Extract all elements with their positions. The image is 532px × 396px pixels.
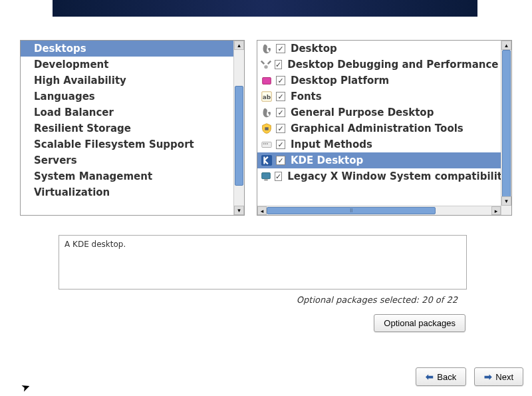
svg-rect-7 [265,143,266,144]
category-panel: DesktopsDevelopmentHigh AvailabilityLang… [20,40,245,216]
package-checkbox[interactable]: ✓ [276,124,285,133]
category-item[interactable]: System Management [21,168,233,184]
package-checkbox[interactable]: ✓ [275,60,282,69]
kde-icon [260,154,273,167]
svg-point-0 [264,65,267,69]
font-icon: ab [260,90,273,103]
scroll-up-icon[interactable]: ▴ [501,41,511,50]
package-label: Input Methods [291,138,372,150]
hscroll-thumb[interactable]: ⠿ [267,207,436,214]
svg-rect-9 [261,155,272,166]
category-item[interactable]: Desktops [21,41,233,57]
foot-icon [260,106,273,119]
cursor-icon: ➤ [19,379,32,394]
back-label: Back [437,372,456,382]
category-item[interactable]: Load Balancer [21,104,233,120]
next-button[interactable]: ➡ Next [474,367,523,386]
package-label: General Purpose Desktop [291,106,434,118]
package-hscrollbar[interactable]: ◂ ⠿ ▸ [257,206,501,215]
package-scrollbar[interactable]: ▴ ▾ [501,41,511,215]
package-item[interactable]: ✓Legacy X Window System compatibility [257,168,501,184]
arrow-left-icon: ⬅ [426,371,434,382]
package-checkbox[interactable]: ✓ [276,140,285,149]
package-label: Fonts [291,91,322,102]
category-item[interactable]: Languages [21,89,233,104]
box-icon [260,74,273,87]
package-checkbox[interactable]: ✓ [276,156,285,165]
package-item[interactable]: ✓KDE Desktop [257,152,501,168]
package-checkbox[interactable]: ✓ [276,76,285,85]
optional-packages-button[interactable]: Optional packages [374,314,466,332]
svg-rect-6 [263,143,265,144]
keyboard-icon [260,138,273,151]
package-item[interactable]: ab✓Fonts [257,89,501,104]
package-checkbox[interactable]: ✓ [275,172,282,181]
category-list[interactable]: DesktopsDevelopmentHigh AvailabilityLang… [21,41,233,215]
package-label: Desktop [291,43,337,55]
scroll-down-icon[interactable]: ▾ [501,196,511,206]
svg-text:ab: ab [263,94,271,100]
svg-rect-11 [264,180,267,181]
scroll-up-icon[interactable]: ▴ [234,41,244,50]
svg-rect-4 [265,127,268,130]
shield-icon [260,122,273,135]
monitor-icon [260,170,272,183]
back-button[interactable]: ⬅ Back [416,367,466,386]
package-panel: ✓Desktop✓Desktop Debugging and Performan… [257,40,512,216]
scroll-down-icon[interactable]: ▾ [234,206,244,215]
scroll-right-icon[interactable]: ▸ [491,206,501,215]
package-item[interactable]: ✓General Purpose Desktop [257,104,501,120]
description-box: A KDE desktop. [59,235,467,290]
category-item[interactable]: High Availability [21,73,233,89]
svg-rect-5 [262,142,271,147]
category-item[interactable]: Servers [21,152,233,168]
package-label: KDE Desktop [291,154,363,166]
package-label: Graphical Administration Tools [291,122,464,134]
package-checkbox[interactable]: ✓ [276,108,285,117]
svg-rect-8 [267,143,268,144]
optional-status: Optional packages selected: 20 of 22 [0,295,458,305]
package-item[interactable]: ✓Desktop Platform [257,73,501,89]
header-banner [53,0,477,17]
category-item[interactable]: Development [21,57,233,73]
package-checkbox[interactable]: ✓ [276,92,285,101]
package-checkbox[interactable]: ✓ [276,44,285,53]
package-item[interactable]: ✓Graphical Administration Tools [257,120,501,136]
package-item[interactable]: ✓Desktop Debugging and Performance [257,57,501,73]
scroll-thumb[interactable] [235,86,243,186]
tools-icon [260,58,272,71]
category-scrollbar[interactable]: ▴ ▾ [233,41,244,215]
package-label: Legacy X Window System compatibility [287,170,501,182]
category-item[interactable]: Virtualization [21,184,233,200]
package-label: Desktop Platform [291,75,389,87]
scroll-left-icon[interactable]: ◂ [257,206,267,215]
arrow-right-icon: ➡ [484,371,492,382]
scroll-thumb[interactable] [502,50,511,203]
category-item[interactable]: Scalable Filesystem Support [21,136,233,152]
package-item[interactable]: ✓Desktop [257,41,501,57]
package-label: Desktop Debugging and Performance [287,59,498,71]
foot-icon [260,42,273,55]
next-label: Next [495,372,513,382]
package-list[interactable]: ✓Desktop✓Desktop Debugging and Performan… [257,41,501,215]
svg-rect-10 [262,173,271,179]
svg-rect-1 [263,78,271,85]
category-item[interactable]: Resilient Storage [21,120,233,136]
package-item[interactable]: ✓Input Methods [257,136,501,152]
